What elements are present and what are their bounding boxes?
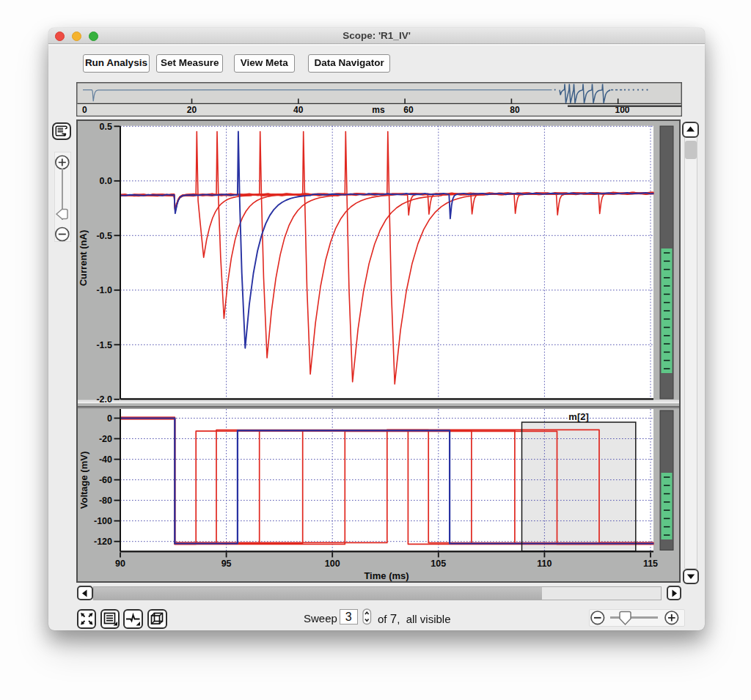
svg-text:m[2]: m[2] xyxy=(568,411,588,422)
svg-text:-100: -100 xyxy=(94,516,112,526)
svg-text:-1.5: -1.5 xyxy=(96,340,112,350)
svg-text:-120: -120 xyxy=(94,537,112,547)
svg-text:-20: -20 xyxy=(99,434,112,444)
svg-text:80: 80 xyxy=(510,105,520,115)
svg-text:110: 110 xyxy=(537,559,552,569)
svg-text:-0.5: -0.5 xyxy=(96,231,112,241)
svg-text:40: 40 xyxy=(293,105,304,115)
svg-text:115: 115 xyxy=(643,559,658,569)
svg-text:-40: -40 xyxy=(99,454,112,465)
svg-text:95: 95 xyxy=(221,559,232,569)
svg-text:0: 0 xyxy=(107,413,112,424)
svg-text:0: 0 xyxy=(82,105,87,115)
svg-text:90: 90 xyxy=(115,559,125,569)
svg-text:-60: -60 xyxy=(99,475,112,485)
svg-text:0.0: 0.0 xyxy=(100,176,112,186)
svg-text:Voltage (mV): Voltage (mV) xyxy=(78,452,89,509)
svg-text:Time (ms): Time (ms) xyxy=(364,570,409,581)
svg-text:100: 100 xyxy=(325,559,340,569)
svg-text:-1.0: -1.0 xyxy=(96,285,112,295)
svg-text:20: 20 xyxy=(187,105,197,115)
svg-text:-80: -80 xyxy=(99,495,112,506)
svg-text:-2.0: -2.0 xyxy=(96,394,112,405)
svg-text:60: 60 xyxy=(403,105,414,115)
svg-text:ms: ms xyxy=(372,105,385,115)
svg-text:105: 105 xyxy=(431,559,446,569)
svg-text:0.5: 0.5 xyxy=(100,122,112,132)
svg-text:Current (nA): Current (nA) xyxy=(78,230,89,287)
